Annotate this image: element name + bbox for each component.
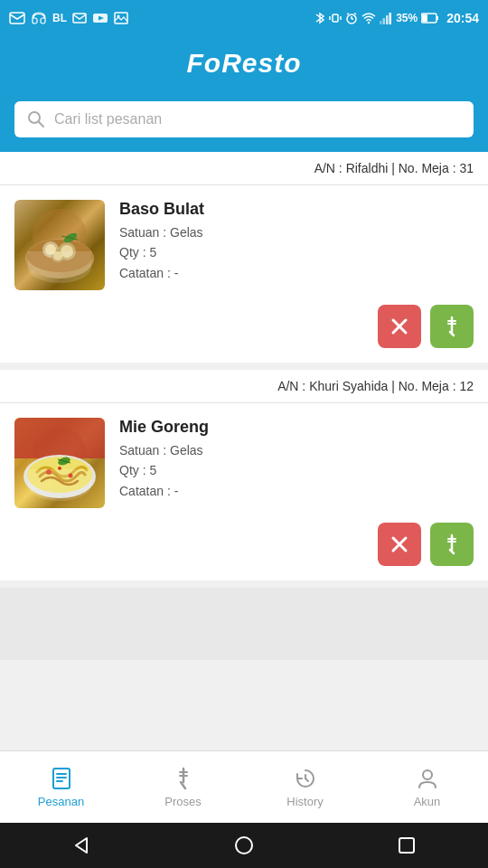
svg-line-12 — [347, 14, 349, 15]
delete-button-1[interactable] — [378, 305, 421, 348]
nav-item-akun[interactable]: Akun — [366, 759, 488, 816]
search-icon — [27, 110, 45, 128]
item-satuan-1: Satuan : Gelas — [119, 222, 474, 242]
order-header-2: A/N : Khuri Syahida | No. Meja : 12 — [0, 370, 488, 403]
svg-rect-18 — [389, 13, 392, 24]
item-qty-2: Qty : 5 — [119, 460, 474, 480]
svg-point-30 — [61, 245, 73, 258]
history-label: History — [286, 795, 323, 808]
svg-point-14 — [368, 22, 370, 24]
main-content: A/N : Rifaldhi | No. Meja : 31 — [0, 152, 488, 754]
mie-svg — [14, 418, 105, 508]
svg-point-31 — [53, 251, 62, 260]
baso-svg — [14, 200, 105, 290]
item-actions-2 — [0, 523, 488, 580]
time-display: 20:54 — [446, 11, 479, 25]
spatula-icon-2 — [441, 533, 463, 555]
status-bar: BL 35% 20:54 — [0, 0, 488, 36]
home-icon — [233, 835, 255, 856]
item-name-2: Mie Goreng — [119, 418, 474, 437]
svg-point-29 — [45, 244, 56, 255]
order-item-1: Baso Bulat Satuan : Gelas Qty : 5 Catata… — [0, 185, 488, 305]
order-card-1: A/N : Rifaldhi | No. Meja : 31 — [0, 152, 488, 363]
order-header-1: A/N : Rifaldhi | No. Meja : 31 — [0, 152, 488, 185]
signal-icon — [380, 12, 392, 24]
svg-rect-1 — [73, 14, 86, 23]
nav-item-proses[interactable]: Proses — [122, 759, 244, 816]
home-button[interactable] — [233, 835, 255, 856]
svg-point-22 — [29, 112, 40, 123]
svg-rect-67 — [399, 838, 414, 853]
vibrate-icon — [329, 12, 342, 24]
mail-icon — [72, 12, 87, 24]
svg-rect-0 — [10, 13, 24, 24]
bluetooth-icon — [314, 12, 325, 24]
svg-rect-40 — [14, 418, 105, 458]
item-details-2: Mie Goreng Satuan : Gelas Qty : 5 Catata… — [119, 418, 474, 501]
svg-line-63 — [305, 778, 308, 781]
close-icon-2 — [389, 534, 409, 554]
item-qty-1: Qty : 5 — [119, 242, 474, 262]
wifi-icon — [361, 12, 376, 24]
nav-item-history[interactable]: History — [244, 759, 366, 816]
svg-line-13 — [354, 14, 356, 15]
history-icon — [293, 766, 318, 791]
recents-button[interactable] — [396, 835, 418, 856]
edit-button-1[interactable] — [430, 305, 474, 348]
android-nav — [0, 823, 488, 868]
status-left-icons: BL — [9, 12, 128, 24]
item-satuan-2: Satuan : Gelas — [119, 440, 474, 460]
delete-button-2[interactable] — [378, 523, 421, 566]
item-actions-1 — [0, 305, 488, 363]
svg-rect-17 — [386, 15, 389, 24]
svg-line-39 — [450, 332, 454, 335]
proses-icon — [171, 766, 196, 791]
akun-icon — [415, 766, 440, 791]
close-icon-1 — [389, 316, 409, 336]
order-item-2: Mie Goreng Satuan : Gelas Qty : 5 Catata… — [0, 403, 488, 523]
svg-point-28 — [52, 250, 64, 262]
svg-point-45 — [58, 467, 61, 470]
search-input-wrap[interactable] — [14, 101, 474, 137]
spacer — [0, 588, 488, 660]
app-header: FoResto — [0, 36, 488, 90]
food-image-mie — [14, 418, 105, 508]
akun-label: Akun — [414, 795, 441, 808]
bottom-nav: Pesanan Proses History Akun — [0, 750, 488, 823]
svg-point-66 — [236, 837, 252, 854]
message-icon — [9, 12, 25, 24]
headphone-icon — [31, 12, 47, 24]
spatula-icon-1 — [441, 316, 463, 337]
svg-point-25 — [27, 240, 92, 272]
svg-line-53 — [450, 550, 454, 553]
svg-rect-6 — [333, 14, 338, 22]
battery-percentage: 35% — [396, 12, 418, 24]
svg-marker-65 — [76, 838, 87, 853]
pesanan-label: Pesanan — [38, 795, 84, 808]
svg-rect-20 — [422, 14, 427, 22]
svg-line-23 — [39, 122, 43, 127]
item-catatan-1: Catatan : - — [119, 263, 474, 283]
back-icon — [70, 835, 92, 856]
app-title: FoResto — [187, 48, 302, 79]
svg-rect-4 — [115, 13, 127, 24]
search-input[interactable] — [54, 111, 461, 127]
order-card-2: A/N : Khuri Syahida | No. Meja : 12 — [0, 370, 488, 580]
svg-point-44 — [69, 474, 73, 478]
item-details-1: Baso Bulat Satuan : Gelas Qty : 5 Catata… — [119, 200, 474, 283]
status-right-icons: 35% 20:54 — [314, 11, 479, 25]
search-bar-container — [0, 90, 488, 152]
nav-item-pesanan[interactable]: Pesanan — [0, 759, 122, 816]
edit-button-2[interactable] — [430, 523, 474, 566]
gallery-icon — [114, 12, 128, 24]
item-catatan-2: Catatan : - — [119, 481, 474, 501]
svg-rect-15 — [380, 21, 382, 24]
svg-point-64 — [423, 770, 432, 779]
item-name-1: Baso Bulat — [119, 200, 474, 219]
recents-icon — [396, 835, 418, 856]
pesanan-icon — [49, 766, 74, 791]
proses-label: Proses — [164, 795, 201, 808]
alarm-icon — [345, 12, 358, 24]
svg-point-43 — [46, 469, 52, 475]
back-button[interactable] — [70, 835, 92, 856]
